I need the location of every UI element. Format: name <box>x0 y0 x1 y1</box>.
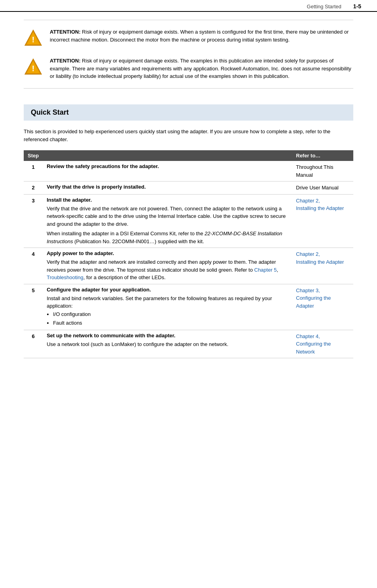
page-header: Getting Started 1-5 <box>0 0 377 12</box>
attention-text-2: ATTENTION: Risk of injury or equipment d… <box>50 57 353 80</box>
col-step: Step <box>24 150 43 161</box>
step-number: 1 <box>24 161 43 182</box>
attention-label-2: ATTENTION: <box>50 58 81 64</box>
chapter-link[interactable]: Chapter 2, <box>296 198 320 204</box>
list-item: Fault actions <box>53 319 288 327</box>
troubleshooting-link[interactable]: Troubleshooting <box>47 274 83 280</box>
refer-text: Throughout This Manual <box>296 164 333 178</box>
step-body-text-2: When installing the adapter in a DSI Ext… <box>47 230 288 245</box>
warning-icon-1: ! <box>24 29 44 49</box>
warning-icon-2: ! <box>24 58 44 78</box>
step-body-text: Use a network tool (such as LonMaker) to… <box>47 340 288 348</box>
step-desc: Set up the network to communicate with t… <box>43 330 292 358</box>
table-row: 6 Set up the network to communicate with… <box>24 330 353 358</box>
step-body-text: Verify that the adapter and network are … <box>47 258 288 282</box>
header-title: Getting Started <box>307 4 341 9</box>
quick-start-title: Quick Start <box>31 108 69 116</box>
quick-start-table: Step Refer to… 1 Review the safety preca… <box>24 150 353 358</box>
step-body-text: Verify that the drive and the network ar… <box>47 205 288 228</box>
refer-cell: Chapter 2, Installing the Adapter <box>292 248 353 284</box>
table-row: 5 Configure the adapter for your applica… <box>24 284 353 330</box>
col-desc <box>43 150 292 161</box>
svg-text:!: ! <box>32 64 35 73</box>
installing-link[interactable]: Installing the Adapter <box>296 259 344 265</box>
configuring-link[interactable]: Configuring the Adapter <box>296 295 331 309</box>
installing-link[interactable]: Installing the Adapter <box>296 205 344 211</box>
attention-body-1: Risk of injury or equipment damage exist… <box>50 29 349 43</box>
table-row: 1 Review the safety precautions for the … <box>24 161 353 182</box>
step-bold-text: Apply power to the adapter. <box>47 250 114 256</box>
step-number: 4 <box>24 248 43 284</box>
table-row: 4 Apply power to the adapter. Verify tha… <box>24 248 353 284</box>
quick-start-intro: This section is provided to help experie… <box>24 128 353 144</box>
step-body-text: Install and bind network variables. Set … <box>47 295 288 310</box>
refer-cell: Throughout This Manual <box>292 161 353 182</box>
attention-label-1: ATTENTION: <box>50 29 81 35</box>
quick-start-section: Quick Start This section is provided to … <box>24 104 353 359</box>
chapter5-link[interactable]: Chapter 5 <box>254 267 277 273</box>
step-bold-text: Review the safety precautions for the ad… <box>47 163 159 169</box>
list-item: I/O configuration <box>53 310 288 319</box>
table-row: 2 Verify that the drive is properly inst… <box>24 182 353 195</box>
quick-start-header: Quick Start <box>24 104 353 121</box>
refer-cell: Chapter 2, Installing the Adapter <box>292 194 353 248</box>
refer-text: Drive User Manual <box>296 185 339 191</box>
step-desc: Verify that the drive is properly instal… <box>43 182 292 195</box>
col-refer: Refer to… <box>292 150 353 161</box>
step-bold-text: Install the adapter. <box>47 197 92 203</box>
attention-box-1: ! ATTENTION: Risk of injury or equipment… <box>24 24 353 53</box>
chapter-link[interactable]: Chapter 3, <box>296 287 320 293</box>
step-desc: Install the adapter. Verify that the dri… <box>43 194 292 248</box>
italic-text: 22-XCOMM-DC-BASE Installation Instructio… <box>47 231 282 244</box>
refer-cell: Drive User Manual <box>292 182 353 195</box>
step-desc: Review the safety precautions for the ad… <box>43 161 292 182</box>
step-bold-text: Verify that the drive is properly instal… <box>47 184 146 190</box>
attention-body-2: Risk of injury or equipment damage exist… <box>50 58 351 79</box>
table-row: 3 Install the adapter. Verify that the d… <box>24 194 353 248</box>
step-bold-text: Set up the network to communicate with t… <box>47 333 175 338</box>
page-number: 1-5 <box>353 3 361 9</box>
svg-text:!: ! <box>32 35 35 44</box>
step-number: 6 <box>24 330 43 358</box>
main-content: ! ATTENTION: Risk of injury or equipment… <box>0 12 377 370</box>
attention-text-1: ATTENTION: Risk of injury or equipment d… <box>50 28 353 43</box>
attention-section: ! ATTENTION: Risk of injury or equipment… <box>24 20 353 89</box>
step-desc: Apply power to the adapter. Verify that … <box>43 248 292 284</box>
chapter-link[interactable]: Chapter 4, <box>296 333 320 339</box>
chapter-link[interactable]: Chapter 2, <box>296 251 320 257</box>
step-number: 3 <box>24 194 43 248</box>
refer-cell: Chapter 4, Configuring the Network <box>292 330 353 358</box>
step-desc: Configure the adapter for your applicati… <box>43 284 292 330</box>
step-number: 2 <box>24 182 43 195</box>
configuring-network-link[interactable]: Configuring the Network <box>296 341 331 355</box>
refer-cell: Chapter 3, Configuring the Adapter <box>292 284 353 330</box>
attention-box-2: ! ATTENTION: Risk of injury or equipment… <box>24 53 353 84</box>
feature-list: I/O configuration Fault actions <box>53 310 288 327</box>
step-bold-text: Configure the adapter for your applicati… <box>47 287 151 293</box>
step-number: 5 <box>24 284 43 330</box>
